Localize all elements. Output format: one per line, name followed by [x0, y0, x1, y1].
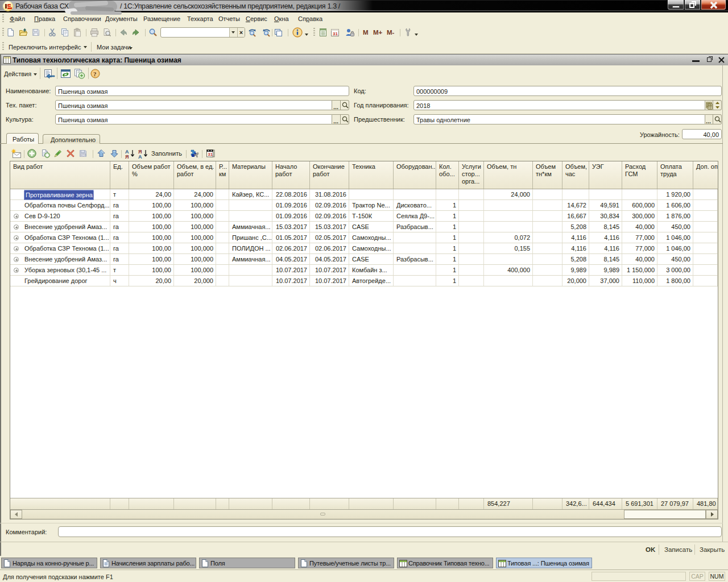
svg-text:31: 31 — [208, 152, 213, 157]
svg-text:?: ? — [93, 70, 97, 77]
svg-text:А: А — [138, 154, 142, 159]
svg-text:КОН: КОН — [81, 154, 86, 157]
svg-text:Я: Я — [125, 154, 129, 159]
svg-text:31: 31 — [333, 31, 338, 36]
